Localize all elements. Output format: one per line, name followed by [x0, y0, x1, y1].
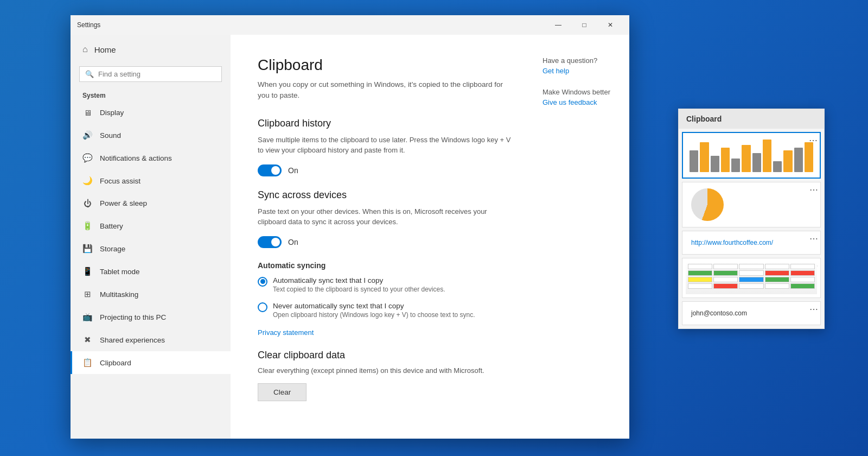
desktop: Settings — □ ✕ ⌂ Home 🔍 System [0, 0, 868, 456]
page-subtitle: When you copy or cut something in Window… [258, 79, 515, 102]
chart-bar [711, 156, 719, 172]
window-controls: — □ ✕ [546, 16, 623, 34]
radio-auto-sync-input[interactable] [258, 277, 267, 287]
url-text: http://www.fourthcoffee.com/ [686, 235, 817, 251]
battery-icon: 🔋 [82, 221, 92, 231]
home-icon: ⌂ [82, 45, 88, 54]
radio-auto-sync-sublabel: Text copied to the clipboard is synced t… [273, 286, 445, 293]
clipboard-item-email[interactable]: ⋯ john@contoso.com [682, 301, 821, 325]
sidebar-item-label: Display [100, 109, 124, 117]
sidebar-item-label: Battery [100, 222, 123, 230]
sidebar-item-label: Projecting to this PC [100, 313, 166, 321]
sidebar-item-label: Sound [100, 131, 121, 140]
chart-preview [686, 136, 816, 174]
spreadsheet-preview [686, 262, 817, 294]
chart-bar [690, 150, 698, 172]
get-help-link[interactable]: Get help [542, 67, 629, 75]
sidebar-item-battery[interactable]: 🔋 Battery [71, 214, 231, 237]
sidebar-home[interactable]: ⌂ Home [71, 35, 231, 64]
radio-auto-sync[interactable]: Automatically sync text that I copy Text… [258, 276, 515, 293]
close-button[interactable]: ✕ [598, 16, 623, 34]
search-box[interactable]: 🔍 [79, 66, 222, 82]
radio-never-sync-sublabel: Open clipboard history (Windows logo key… [273, 311, 475, 319]
radio-never-sync-input[interactable] [258, 302, 267, 312]
chart-bar [742, 145, 750, 172]
sidebar-item-multitasking[interactable]: ⊞ Multitasking [71, 283, 231, 306]
storage-icon: 💾 [82, 244, 92, 254]
sidebar-section-label: System [71, 88, 231, 102]
sound-icon: 🔊 [82, 130, 92, 140]
clipboard-item-menu-1[interactable]: ⋯ [809, 135, 818, 145]
clipboard-history-title: Clipboard history [258, 118, 515, 129]
projecting-icon: 📺 [82, 312, 92, 322]
clipboard-history-toggle-label: On [288, 166, 298, 175]
sidebar-item-tablet[interactable]: 📱 Tablet mode [71, 260, 231, 283]
maximize-button[interactable]: □ [572, 16, 597, 34]
chart-bar [721, 148, 730, 172]
make-better-label: Make Windows better [542, 88, 629, 96]
sidebar-item-focus[interactable]: 🌙 Focus assist [71, 169, 231, 192]
minimize-button[interactable]: — [546, 16, 571, 34]
title-bar: Settings — □ ✕ [71, 15, 629, 35]
clear-button[interactable]: Clear [258, 383, 307, 401]
tablet-icon: 📱 [82, 267, 92, 276]
auto-sync-title: Automatic syncing [258, 261, 515, 270]
clipboard-item-url[interactable]: ⋯ http://www.fourthcoffee.com/ [682, 231, 821, 255]
settings-window: Settings — □ ✕ ⌂ Home 🔍 System [71, 15, 629, 439]
radio-auto-sync-text: Automatically sync text that I copy Text… [273, 276, 445, 293]
sync-devices-title: Sync across devices [258, 189, 515, 201]
search-icon: 🔍 [85, 70, 94, 78]
chart-bar [805, 142, 813, 172]
sync-devices-toggle[interactable] [258, 236, 282, 248]
sidebar: ⌂ Home 🔍 System 🖥 Display 🔊 Sound � [71, 35, 231, 439]
radio-never-sync-text: Never automatically sync text that I cop… [273, 302, 475, 319]
chart-bar [731, 159, 740, 172]
sidebar-item-clipboard[interactable]: 📋 Clipboard [71, 351, 231, 374]
sidebar-item-power[interactable]: ⏻ Power & sleep [71, 192, 231, 214]
clipboard-item-menu-2[interactable]: ⋯ [809, 185, 818, 195]
feedback-link[interactable]: Give us feedback [542, 98, 629, 106]
sync-devices-toggle-row: On [258, 236, 515, 248]
sidebar-item-label: Tablet mode [100, 268, 140, 276]
chart-bar [763, 140, 771, 172]
sidebar-item-sound[interactable]: 🔊 Sound [71, 124, 231, 147]
right-panel: Have a question? Get help Make Windows b… [542, 35, 629, 439]
page-title: Clipboard [258, 56, 515, 74]
sidebar-item-label: Storage [100, 245, 125, 253]
chart-bar [700, 142, 709, 172]
chart-bar [783, 150, 792, 172]
sidebar-item-shared[interactable]: ✖ Shared experiences [71, 328, 231, 351]
clipboard-item-spreadsheet[interactable]: ⋯ [682, 258, 821, 298]
radio-never-sync-label: Never automatically sync text that I cop… [273, 302, 475, 310]
clipboard-item-menu-5[interactable]: ⋯ [809, 304, 818, 314]
clear-data-title: Clear clipboard data [258, 350, 515, 361]
search-input[interactable] [98, 70, 216, 78]
clipboard-panel-header: Clipboard [679, 109, 824, 129]
window-title: Settings [77, 21, 100, 29]
pie-preview [686, 186, 817, 224]
privacy-link[interactable]: Privacy statement [258, 328, 314, 337]
sidebar-item-label: Focus assist [100, 177, 141, 185]
sidebar-item-notifications[interactable]: 💬 Notifications & actions [71, 147, 231, 169]
sync-devices-desc: Paste text on your other devices. When t… [258, 206, 515, 227]
clipboard-history-toggle[interactable] [258, 164, 282, 176]
sidebar-item-label: Multitasking [100, 290, 138, 299]
chart-bar [794, 148, 803, 172]
home-label: Home [94, 45, 116, 54]
chart-bar [752, 153, 761, 172]
display-icon: 🖥 [82, 108, 92, 117]
main-content: Clipboard When you copy or cut something… [231, 35, 542, 439]
sidebar-item-display[interactable]: 🖥 Display [71, 102, 231, 124]
radio-auto-sync-label: Automatically sync text that I copy [273, 276, 445, 284]
have-question-label: Have a question? [542, 56, 629, 65]
clipboard-item-pie[interactable]: ⋯ [682, 182, 821, 227]
notifications-icon: 💬 [82, 153, 92, 163]
radio-never-sync[interactable]: Never automatically sync text that I cop… [258, 302, 515, 319]
clipboard-icon: 📋 [82, 358, 92, 368]
clipboard-item-menu-3[interactable]: ⋯ [809, 233, 818, 244]
spreadsheet-lines [686, 262, 817, 294]
clipboard-item-chart[interactable]: ⋯ [682, 132, 821, 179]
email-text: john@contoso.com [686, 305, 817, 321]
sidebar-item-projecting[interactable]: 📺 Projecting to this PC [71, 306, 231, 328]
sidebar-item-storage[interactable]: 💾 Storage [71, 237, 231, 260]
